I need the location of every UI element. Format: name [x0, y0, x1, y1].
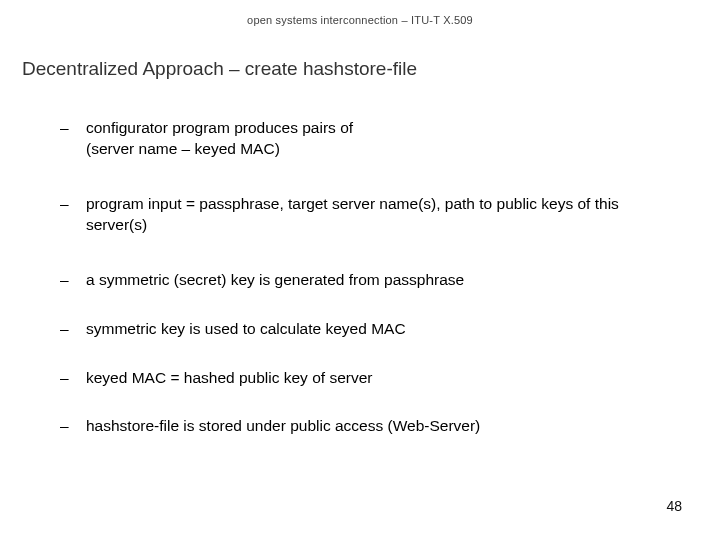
list-item: – configurator program produces pairs of… [60, 118, 670, 160]
list-item: – symmetric key is used to calculate key… [60, 319, 670, 340]
bullet-dash-icon: – [60, 118, 86, 139]
bullet-dash-icon: – [60, 319, 86, 340]
bullet-text: symmetric key is used to calculate keyed… [86, 319, 670, 340]
slide-header: open systems interconnection – ITU-T X.5… [0, 14, 720, 26]
bullet-text: keyed MAC = hashed public key of server [86, 368, 670, 389]
bullet-dash-icon: – [60, 368, 86, 389]
page-number: 48 [666, 498, 682, 514]
list-item: – hashstore-file is stored under public … [60, 416, 670, 437]
list-item: – program input = passphrase, target ser… [60, 194, 670, 236]
bullet-text: configurator program produces pairs of(s… [86, 118, 670, 160]
bullet-text: program input = passphrase, target serve… [86, 194, 670, 236]
bullet-dash-icon: – [60, 194, 86, 215]
bullet-dash-icon: – [60, 270, 86, 291]
slide-title: Decentralized Approach – create hashstor… [22, 58, 417, 80]
bullet-text: a symmetric (secret) key is generated fr… [86, 270, 670, 291]
list-item: – a symmetric (secret) key is generated … [60, 270, 670, 291]
bullet-dash-icon: – [60, 416, 86, 437]
bullet-text: hashstore-file is stored under public ac… [86, 416, 670, 437]
bullet-list: – configurator program produces pairs of… [60, 118, 670, 437]
list-item: – keyed MAC = hashed public key of serve… [60, 368, 670, 389]
